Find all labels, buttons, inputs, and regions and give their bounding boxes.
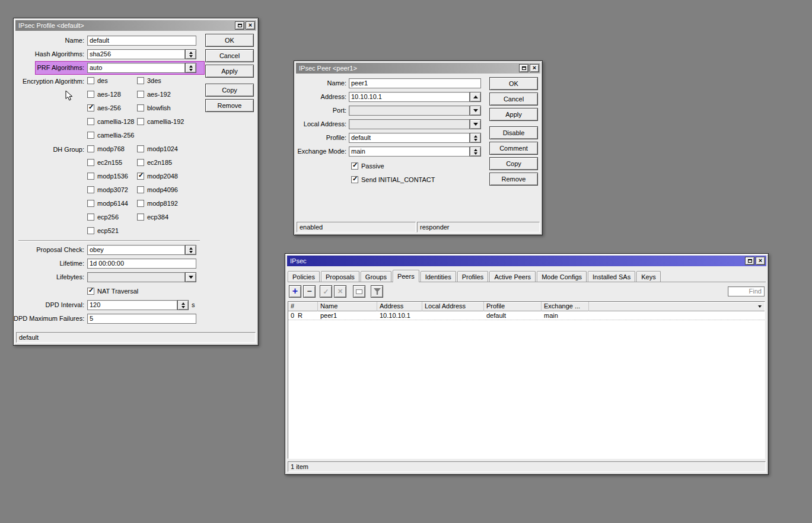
checkbox-passive[interactable]: ✓ Passive: [351, 161, 384, 170]
column-header-address[interactable]: Address: [377, 302, 422, 311]
copy-button[interactable]: Copy: [489, 157, 538, 170]
ok-button[interactable]: OK: [489, 77, 538, 90]
find-input[interactable]: Find: [728, 286, 765, 296]
profile-maximize-button[interactable]: [235, 21, 244, 30]
cancel-button[interactable]: Cancel: [205, 49, 254, 62]
column-header-profile[interactable]: Profile: [484, 302, 542, 311]
checkbox-ecp256[interactable]: ✓ ecp256: [87, 212, 119, 221]
tab-profiles[interactable]: Profiles: [457, 271, 489, 282]
tab-active-peers[interactable]: Active Peers: [489, 271, 536, 282]
proposal-check-input[interactable]: obey: [87, 245, 185, 255]
peer-local-address-input[interactable]: [349, 119, 470, 129]
peer-exchange-mode-input[interactable]: main: [349, 146, 470, 157]
peer-address-input[interactable]: 10.10.10.1: [349, 92, 470, 102]
tab-groups[interactable]: Groups: [361, 271, 391, 282]
exchange-mode-dropdown-button[interactable]: [470, 146, 481, 157]
tab-policies[interactable]: Policies: [288, 271, 320, 282]
peer-maximize-button[interactable]: [519, 64, 528, 72]
checkbox-modp1536[interactable]: ✓ modp1536: [87, 171, 128, 180]
tab-mode-configs[interactable]: Mode Configs: [537, 271, 587, 282]
checkbox-box[interactable]: ✓: [87, 213, 94, 221]
checkbox-3des[interactable]: ✓ 3des: [137, 76, 161, 85]
name-input[interactable]: default: [87, 36, 196, 46]
remove-button[interactable]: −: [303, 285, 316, 298]
peer-port-input[interactable]: [349, 106, 470, 116]
checkbox-box[interactable]: ✓: [351, 176, 358, 183]
checkbox-box[interactable]: ✓: [137, 145, 144, 152]
peer-titlebar[interactable]: IPsec Peer <peer1> ×: [296, 63, 540, 74]
checkbox-nat-traversal[interactable]: ✓ NAT Traversal: [87, 286, 138, 295]
lifebytes-dropdown-button[interactable]: [185, 272, 196, 282]
enable-button[interactable]: ✓: [320, 285, 332, 298]
checkbox-modp2048[interactable]: ✓ modp2048: [137, 171, 178, 180]
checkbox-aes-192[interactable]: ✓ aes-192: [137, 90, 171, 98]
tab-installed-sas[interactable]: Installed SAs: [588, 271, 635, 282]
remove-button[interactable]: Remove: [205, 99, 254, 112]
add-button[interactable]: +: [289, 285, 301, 298]
checkbox-modp6144[interactable]: ✓ modp6144: [87, 199, 128, 208]
tab-peers[interactable]: Peers: [393, 270, 419, 282]
profile-close-button[interactable]: ×: [246, 21, 255, 30]
prf-algorithms-input[interactable]: auto: [87, 63, 185, 73]
checkbox-box[interactable]: ✓: [87, 186, 94, 193]
column-header-exchange[interactable]: Exchange ...: [542, 302, 589, 311]
port-dropdown-button[interactable]: [470, 106, 481, 116]
comment-button[interactable]: [353, 285, 365, 298]
apply-button[interactable]: Apply: [489, 108, 538, 121]
checkbox-box[interactable]: ✓: [137, 77, 144, 84]
checkbox-ec2n155[interactable]: ✓ ec2n155: [87, 158, 122, 167]
checkbox-ec2n185[interactable]: ✓ ec2n185: [137, 158, 172, 167]
checkbox-aes-256[interactable]: ✓ aes-256: [87, 103, 121, 112]
checkbox-box[interactable]: ✓: [87, 145, 94, 152]
checkbox-box[interactable]: ✓: [137, 159, 144, 166]
checkbox-box[interactable]: ✓: [87, 173, 94, 180]
checkbox-ecp384[interactable]: ✓ ecp384: [137, 212, 168, 221]
checkbox-aes-128[interactable]: ✓ aes-128: [87, 90, 121, 98]
profile-titlebar[interactable]: IPsec Profile <default> ×: [15, 20, 256, 31]
checkbox-modp3072[interactable]: ✓ modp3072: [87, 185, 128, 194]
checkbox-box[interactable]: ✓: [87, 159, 94, 166]
tab-identities[interactable]: Identities: [421, 271, 456, 282]
cancel-button[interactable]: Cancel: [489, 93, 538, 106]
checkbox-box[interactable]: ✓: [87, 132, 94, 139]
ok-button[interactable]: OK: [205, 34, 254, 47]
checkbox-camellia-256[interactable]: ✓ camellia-256: [87, 130, 134, 139]
checkbox-modp4096[interactable]: ✓ modp4096: [137, 185, 178, 194]
filter-button[interactable]: [371, 285, 383, 298]
tab-proposals[interactable]: Proposals: [321, 271, 359, 282]
peer-profile-input[interactable]: default: [349, 133, 470, 143]
checkbox-modp768[interactable]: ✓ modp768: [87, 144, 125, 153]
remove-button[interactable]: Remove: [489, 173, 538, 186]
ipsec-maximize-button[interactable]: [745, 257, 754, 265]
comment-button[interactable]: Comment: [489, 142, 538, 155]
checkbox-box[interactable]: ✓: [87, 288, 94, 295]
address-up-button[interactable]: [470, 92, 481, 102]
peer-close-button[interactable]: ×: [530, 64, 539, 72]
checkbox-modp1024[interactable]: ✓ modp1024: [137, 144, 178, 153]
lifetime-input[interactable]: 1d 00:00:00: [87, 259, 196, 269]
copy-button[interactable]: Copy: [205, 84, 254, 97]
hash-algorithms-input[interactable]: sha256: [87, 49, 185, 59]
tab-keys[interactable]: Keys: [636, 271, 660, 282]
dpd-interval-dropdown-button[interactable]: [177, 300, 189, 310]
checkbox-camellia-192[interactable]: ✓ camellia-192: [137, 117, 184, 126]
checkbox-box[interactable]: ✓: [87, 91, 94, 98]
table-row[interactable]: 0 R peer1 10.10.10.1 default main: [288, 311, 765, 320]
checkbox-send-initial-contact[interactable]: ✓ Send INITIAL_CONTACT: [351, 175, 435, 184]
checkbox-camellia-128[interactable]: ✓ camellia-128: [87, 117, 134, 126]
checkbox-modp8192[interactable]: ✓ modp8192: [137, 199, 178, 208]
dpd-max-failures-input[interactable]: 5: [87, 314, 196, 324]
checkbox-des[interactable]: ✓ des: [87, 76, 108, 85]
checkbox-box[interactable]: ✓: [87, 200, 94, 207]
peer-name-input[interactable]: peer1: [349, 78, 481, 88]
disable-button[interactable]: ✕: [334, 285, 346, 298]
dpd-interval-input[interactable]: 120: [87, 300, 177, 310]
checkbox-box[interactable]: ✓: [137, 91, 144, 98]
apply-button[interactable]: Apply: [205, 65, 254, 78]
checkbox-box[interactable]: ✓: [351, 162, 358, 170]
proposal-check-dropdown-button[interactable]: [185, 245, 196, 255]
checkbox-box[interactable]: ✓: [137, 173, 144, 180]
hash-dropdown-button[interactable]: [185, 49, 196, 59]
checkbox-box[interactable]: ✓: [137, 104, 144, 111]
ipsec-titlebar[interactable]: IPsec ×: [287, 256, 766, 266]
